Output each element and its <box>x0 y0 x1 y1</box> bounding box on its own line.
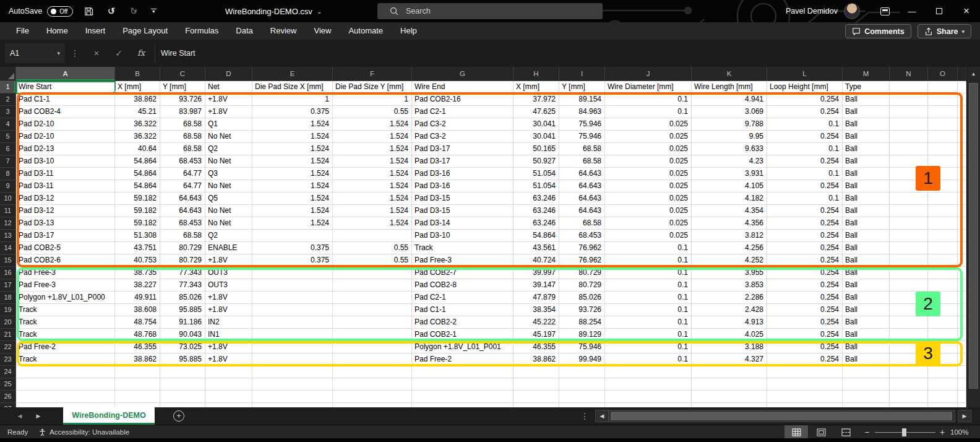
cell[interactable]: Die Pad Size Y [mm] <box>333 81 412 93</box>
cell[interactable] <box>958 193 966 205</box>
cell[interactable] <box>890 378 928 391</box>
cell[interactable]: 64.643 <box>559 180 605 193</box>
cell[interactable] <box>928 131 958 143</box>
cell[interactable] <box>767 366 843 378</box>
cell[interactable] <box>333 267 412 279</box>
cell[interactable]: 3.955 <box>692 267 767 279</box>
scroll-up-icon[interactable]: ▲ <box>967 67 980 81</box>
cell[interactable]: 85.026 <box>559 292 605 304</box>
cell[interactable]: 1.524 <box>333 180 412 193</box>
cell[interactable]: 47.625 <box>514 106 559 118</box>
row-header-13[interactable]: 13 <box>0 230 16 242</box>
cell[interactable]: 54.864 <box>115 155 160 168</box>
cell[interactable]: No Net <box>205 180 252 193</box>
cell[interactable]: 68.58 <box>559 143 605 155</box>
cell[interactable]: 0.254 <box>767 180 843 193</box>
cell[interactable]: 75.946 <box>559 341 605 353</box>
row-header-15[interactable]: 15 <box>0 254 16 267</box>
cell[interactable] <box>559 378 605 391</box>
cell[interactable] <box>958 304 966 316</box>
horizontal-scrollbar[interactable] <box>609 410 955 422</box>
cell[interactable] <box>958 292 966 304</box>
cell[interactable]: X [mm] <box>115 81 160 93</box>
column-header-G[interactable]: G <box>412 67 514 81</box>
cell[interactable] <box>928 205 958 217</box>
cell[interactable]: Pad D3-15 <box>412 193 514 205</box>
cell[interactable]: 64.643 <box>559 168 605 180</box>
cell[interactable] <box>333 403 412 407</box>
undo-button[interactable]: ↺▾ <box>104 4 118 19</box>
cell[interactable]: 4.356 <box>692 217 767 230</box>
cell[interactable] <box>252 267 333 279</box>
cell[interactable]: 1 <box>333 93 412 106</box>
cell[interactable]: 3.853 <box>692 279 767 292</box>
avatar[interactable] <box>844 3 860 19</box>
cell[interactable]: Track <box>16 353 115 366</box>
row-header-7[interactable]: 7 <box>0 155 16 168</box>
row-header-23[interactable]: 23 <box>0 353 16 366</box>
cell[interactable]: 51.054 <box>514 180 559 193</box>
cell[interactable]: 1.524 <box>252 217 333 230</box>
cell[interactable] <box>958 267 966 279</box>
cell[interactable] <box>252 292 333 304</box>
zoom-out-button[interactable]: − <box>861 425 872 439</box>
column-header-A[interactable]: A <box>16 67 115 81</box>
cell[interactable]: 46.355 <box>115 341 160 353</box>
cell[interactable] <box>890 131 928 143</box>
row-header-1[interactable]: 1 <box>0 81 16 93</box>
cell[interactable]: 4.23 <box>692 155 767 168</box>
name-box[interactable]: A1 ▾ <box>5 43 65 63</box>
cell[interactable]: 80.729 <box>160 254 205 267</box>
cell[interactable]: 0.375 <box>252 242 333 254</box>
cell[interactable]: 1.524 <box>333 143 412 155</box>
cell[interactable]: 93.726 <box>559 304 605 316</box>
cell[interactable] <box>890 366 928 378</box>
cell[interactable] <box>958 341 966 353</box>
ribbon-tab-page-layout[interactable]: Page Layout <box>114 22 176 40</box>
cell[interactable]: 0.025 <box>605 180 692 193</box>
cell[interactable]: 68.58 <box>559 155 605 168</box>
cell[interactable] <box>928 366 958 378</box>
ribbon-tab-home[interactable]: Home <box>38 22 77 40</box>
cell[interactable] <box>252 366 333 378</box>
cell[interactable] <box>890 81 928 93</box>
cell[interactable]: 0.254 <box>767 353 843 366</box>
cell[interactable]: 68.58 <box>160 143 205 155</box>
cell[interactable]: 0.025 <box>605 168 692 180</box>
cell[interactable]: 3.188 <box>692 341 767 353</box>
cell[interactable]: 38.227 <box>115 279 160 292</box>
cell[interactable]: Q2 <box>205 230 252 242</box>
next-sheet-icon[interactable]: ▶ <box>32 407 45 425</box>
cell[interactable]: 1.524 <box>252 193 333 205</box>
cell[interactable] <box>559 366 605 378</box>
cell[interactable]: 64.77 <box>160 180 205 193</box>
cell[interactable] <box>958 180 966 193</box>
ribbon-tab-view[interactable]: View <box>305 22 340 40</box>
cell[interactable]: +1.8V <box>205 93 252 106</box>
cell[interactable] <box>514 378 559 391</box>
cell[interactable] <box>333 329 412 341</box>
add-sheet-button[interactable]: + <box>173 410 184 422</box>
column-header-B[interactable]: B <box>115 67 160 81</box>
ribbon-tab-review[interactable]: Review <box>262 22 306 40</box>
cell[interactable]: Ball <box>843 254 890 267</box>
cell[interactable] <box>514 366 559 378</box>
cell[interactable]: Ball <box>843 193 890 205</box>
row-header-22[interactable]: 22 <box>0 341 16 353</box>
cell[interactable]: 48.754 <box>115 316 160 329</box>
cell[interactable]: Type <box>843 81 890 93</box>
ribbon-tab-data[interactable]: Data <box>227 22 261 40</box>
cell[interactable]: 3.069 <box>692 106 767 118</box>
cell[interactable] <box>559 391 605 403</box>
cell[interactable] <box>205 366 252 378</box>
cell[interactable]: Track <box>16 316 115 329</box>
cell[interactable]: 0.025 <box>605 155 692 168</box>
cell[interactable]: Pad C3-2 <box>412 131 514 143</box>
cell[interactable]: Pad D3-13 <box>16 217 115 230</box>
cell[interactable]: 59.182 <box>115 205 160 217</box>
cell[interactable]: Q2 <box>205 143 252 155</box>
cell[interactable]: 64.643 <box>160 205 205 217</box>
cell[interactable] <box>958 242 966 254</box>
cell[interactable]: 1.524 <box>333 193 412 205</box>
save-icon[interactable] <box>82 4 95 19</box>
